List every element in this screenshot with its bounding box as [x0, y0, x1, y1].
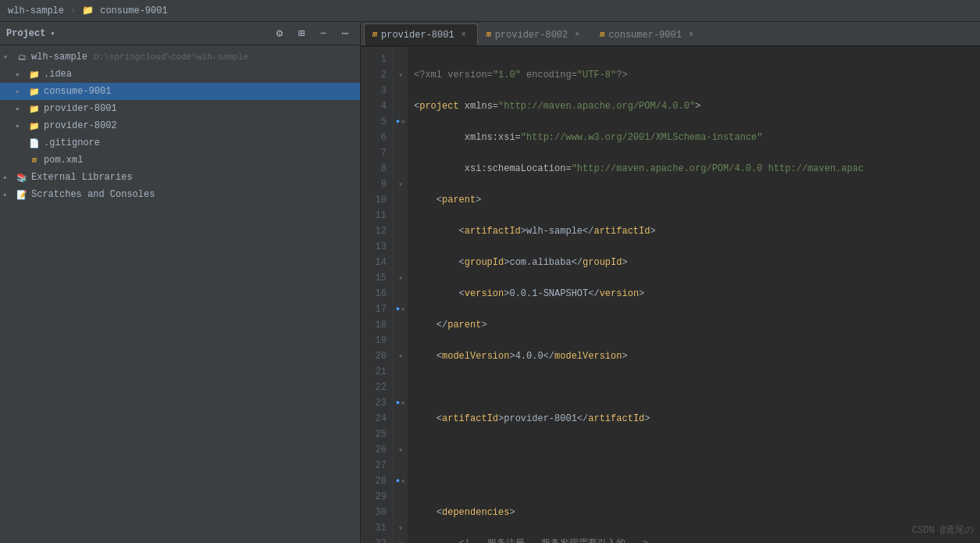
code-line-4: xsi:schemaLocation="http://maven.apache.… — [414, 161, 974, 177]
gutter-22 — [394, 380, 408, 395]
gutter-4 — [394, 98, 408, 114]
sidebar-item-label: consume-9001 — [44, 86, 111, 97]
gutter-10 — [394, 192, 408, 208]
tab-close-button[interactable]: × — [458, 30, 469, 41]
sidebar-item-external-libraries[interactable]: ▸ 📚 External Libraries — [0, 169, 360, 186]
main-layout: Project ▾ ⚙ ⊞ − ⋯ ▾ 🗂 wlh-sample D:\spri… — [0, 22, 980, 543]
sidebar-item-gitignore[interactable]: 📄 .gitignore — [0, 134, 360, 152]
code-line-9: </parent> — [414, 317, 974, 333]
tab-label: provider-8002 — [495, 30, 568, 41]
title-module: consume-9001 — [100, 5, 167, 16]
code-line-16: <!-- 服务注册 服务发现需要引入的 --> — [414, 536, 974, 543]
ext-lib-icon: 📚 — [16, 171, 28, 184]
tab-icon-m: m — [486, 30, 491, 39]
line-num-4: 4 — [364, 98, 387, 114]
title-folder-icon: 📁 — [82, 5, 94, 16]
code-line-2: <project xmlns="http://maven.apache.org/… — [414, 98, 974, 114]
sidebar-item-wlh-sample[interactable]: ▾ 🗂 wlh-sample D:\springcloud\code\wlh-s… — [0, 48, 360, 66]
code-line-7: <groupId>com.alibaba</groupId> — [414, 255, 974, 270]
scratch-icon: 📝 — [16, 188, 28, 201]
settings-icon[interactable]: ⚙ — [271, 25, 288, 42]
line-num-17: 17 — [364, 302, 387, 317]
folder-icon: 📁 — [28, 68, 41, 80]
arrow-placeholder — [16, 139, 25, 148]
tab-provider-8002[interactable]: m provider-8002 × — [478, 23, 592, 45]
sidebar-item-provider-8001[interactable]: ▸ 📁 provider-8001 — [0, 100, 360, 117]
sidebar-item-provider-8002[interactable]: ▸ 📁 provider-8002 — [0, 117, 360, 134]
code-line-5: <parent> — [414, 192, 974, 208]
sidebar-item-idea[interactable]: ▸ 📁 .idea — [0, 66, 360, 83]
line-num-32: 32 — [364, 536, 387, 543]
title-sep: › — [70, 5, 76, 16]
sidebar-item-label: .idea — [44, 69, 72, 80]
code-line-1: <?xml version="1.0" encoding="UTF-8"?> — [414, 67, 974, 83]
code-line-15: <dependencies> — [414, 505, 974, 520]
line-num-13: 13 — [364, 239, 387, 255]
gutter-5[interactable]: ● ▾ — [394, 114, 408, 130]
tab-icon-m: m — [372, 30, 377, 39]
line-num-5: 5 — [364, 114, 387, 130]
watermark: CSDN @鸢尾の — [912, 523, 974, 537]
gutter-7 — [394, 145, 408, 161]
line-num-25: 25 — [364, 427, 387, 442]
arrow-placeholder — [16, 156, 25, 165]
dropdown-arrow[interactable]: ▾ — [50, 29, 55, 38]
gutter-15[interactable]: ▾ — [394, 270, 408, 286]
code-editor[interactable]: 1 2 3 4 5 6 7 8 9 10 11 12 13 14 15 16 1… — [361, 47, 980, 543]
gutter-25 — [394, 427, 408, 442]
line-num-12: 12 — [364, 223, 387, 239]
sidebar-item-label: .gitignore — [44, 138, 100, 148]
line-num-27: 27 — [364, 458, 387, 473]
sidebar-item-label: provider-8002 — [44, 120, 117, 131]
module-folder-icon: 📁 — [28, 85, 41, 98]
gutter-20[interactable]: ▾ — [394, 348, 408, 364]
sidebar-item-label: pom.xml — [44, 155, 83, 166]
gitignore-icon: 📄 — [28, 137, 41, 149]
line-num-14: 14 — [364, 255, 387, 270]
line-num-21: 21 — [364, 364, 387, 380]
line-num-15: 15 — [364, 270, 387, 286]
gutter-19 — [394, 333, 408, 348]
code-line-13 — [414, 442, 974, 458]
line-num-24: 24 — [364, 411, 387, 427]
tab-close-button[interactable]: × — [686, 30, 697, 41]
sidebar-item-path: D:\springcloud\code\wlh-sample — [94, 52, 248, 62]
sidebar-item-scratches[interactable]: ▸ 📝 Scratches and Consoles — [0, 186, 360, 203]
line-num-1: 1 — [364, 52, 387, 67]
gutter-11 — [394, 208, 408, 223]
tab-consumer-9001[interactable]: m consumer-9001 × — [591, 23, 705, 45]
sidebar-item-label: provider-8001 — [44, 103, 117, 114]
arrow-icon: ▸ — [16, 121, 25, 130]
arrow-icon: ▸ — [16, 87, 25, 96]
more-icon[interactable]: ⋯ — [337, 25, 354, 42]
gutter-2[interactable]: ▾ — [394, 67, 408, 83]
arrow-icon: ▾ — [3, 52, 12, 62]
gutter-26[interactable]: ▾ — [394, 442, 408, 458]
pom-icon: m — [28, 154, 41, 166]
code-line-10: <modelVersion>4.0.0</modelVersion> — [414, 348, 974, 364]
sidebar-item-consume-9001[interactable]: ▸ 📁 consume-9001 — [0, 83, 360, 100]
code-line-8: <version>0.0.1-SNAPSHOT</version> — [414, 286, 974, 302]
arrow-icon: ▸ — [3, 190, 12, 199]
gutter-31[interactable]: ▾ — [394, 520, 408, 536]
gutter-17[interactable]: ● ▾ — [394, 302, 408, 317]
minus-icon[interactable]: − — [315, 25, 332, 42]
gutter-8 — [394, 161, 408, 177]
gutter-28[interactable]: ● ▾ — [394, 473, 408, 489]
sidebar-item-pom-xml[interactable]: m pom.xml — [0, 152, 360, 169]
tab-provider-8001[interactable]: m provider-8001 × — [364, 23, 478, 45]
layout-icon[interactable]: ⊞ — [293, 25, 310, 42]
line-num-7: 7 — [364, 145, 387, 161]
gutter-23[interactable]: ● ▾ — [394, 395, 408, 411]
gutter-18 — [394, 317, 408, 333]
gutter-9[interactable]: ▾ — [394, 177, 408, 192]
code-content[interactable]: <?xml version="1.0" encoding="UTF-8"?> <… — [408, 47, 980, 543]
gutter-21 — [394, 364, 408, 380]
line-num-19: 19 — [364, 333, 387, 348]
line-num-9: 9 — [364, 177, 387, 192]
gutter-24 — [394, 411, 408, 427]
gutter-32[interactable]: ▾ — [394, 536, 408, 543]
tab-close-button[interactable]: × — [572, 30, 583, 41]
sidebar-tree: ▾ 🗂 wlh-sample D:\springcloud\code\wlh-s… — [0, 45, 360, 543]
code-line-12: <artifactId>provider-8001</artifactId> — [414, 411, 974, 427]
